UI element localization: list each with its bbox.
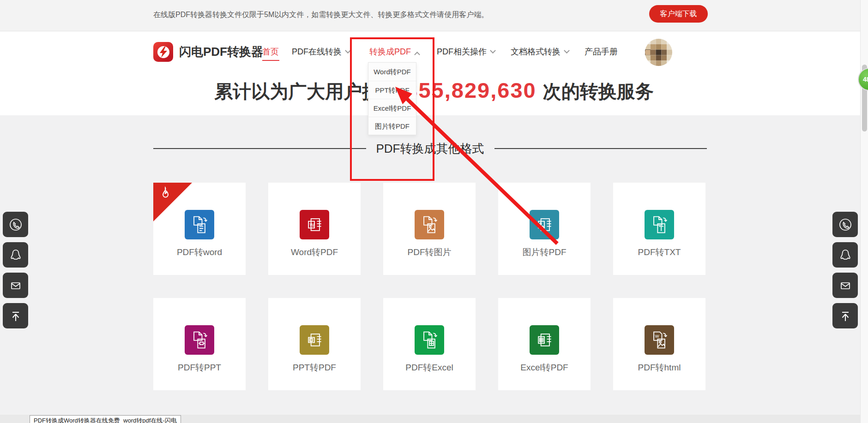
mail-contact-button[interactable] <box>832 273 858 298</box>
phone-icon <box>8 217 23 232</box>
word-to-pdf-icon: W <box>300 210 329 239</box>
flame-icon <box>158 186 173 203</box>
mail-contact-button[interactable] <box>3 273 28 298</box>
phone-contact-button[interactable] <box>3 212 28 237</box>
excel-to-pdf-icon <box>530 325 559 355</box>
nav-item-product-manual[interactable]: 产品手册 <box>585 46 618 57</box>
top-notice-bar: 在线版PDF转换器转换文件仅限于5M以内文件，如需转换更大文件、转换更多格式文件… <box>0 0 868 31</box>
dropdown-item-image-to-pdf[interactable]: 图片转PDF <box>368 117 416 135</box>
brand-logo-icon[interactable] <box>153 42 173 62</box>
pdf-to-image-icon <box>415 210 444 239</box>
headline-suffix: 次的转换服务 <box>543 79 654 104</box>
chevron-up-icon <box>414 51 420 57</box>
svg-text:W: W <box>655 334 659 339</box>
nav-item-home[interactable]: 首页 <box>262 46 279 57</box>
dropdown-item-ppt-to-pdf[interactable]: PPT转PDF <box>368 81 416 99</box>
card-label: PDF转图片 <box>383 246 476 258</box>
mail-icon <box>8 278 23 293</box>
qq-contact-button[interactable] <box>3 242 28 268</box>
active-tab-underline <box>262 60 279 61</box>
main-navigation: 闪电PDF转换器 首页 PDF在线转换 转换成PDF PDF相关操作 文档格式转… <box>0 31 868 75</box>
lightning-bolt-icon <box>157 45 170 59</box>
back-to-top-icon <box>838 309 853 323</box>
card-label: Excel转PDF <box>498 362 591 374</box>
card-pdf-to-image[interactable]: PDF转图片 <box>383 183 476 275</box>
avatar-mosaic <box>645 39 672 66</box>
qq-icon <box>838 248 853 262</box>
card-label: PDF转Excel <box>383 362 476 374</box>
user-avatar[interactable] <box>645 39 672 66</box>
card-ppt-to-pdf[interactable]: PPT转PDF <box>268 298 361 390</box>
pdf-to-txt-icon <box>645 210 674 239</box>
section-title: PDF转换成其他格式 <box>376 141 484 157</box>
mail-icon <box>838 278 853 293</box>
page: 在线版PDF转换器转换文件仅限于5M以内文件，如需转换更大文件、转换更多格式文件… <box>0 0 868 423</box>
client-download-button[interactable]: 客户端下载 <box>649 5 708 23</box>
scrollbar-track[interactable] <box>860 0 868 423</box>
notice-text: 在线版PDF转换器转换文件仅限于5M以内文件，如需转换更大文件、转换更多格式文件… <box>153 10 488 20</box>
divider-line-right <box>494 148 707 149</box>
card-pdf-to-word[interactable]: PDF转word <box>153 183 246 275</box>
qq-contact-button[interactable] <box>832 242 858 268</box>
qq-icon <box>8 248 23 262</box>
card-label: PPT转PDF <box>268 362 361 374</box>
chevron-down-icon <box>345 48 351 54</box>
conversion-cards-grid: PDF转word W Word转PDF PDF转图片 图片转PDF PDF转TX… <box>153 183 705 390</box>
card-image-to-pdf[interactable]: 图片转PDF <box>498 183 591 275</box>
pdf-to-excel-icon <box>415 325 444 355</box>
divider-line-left <box>153 148 366 149</box>
card-label: PDF转PPT <box>153 362 246 374</box>
dropdown-item-word-to-pdf[interactable]: Word转PDF <box>368 63 416 81</box>
conversion-count: 355,829,630 <box>405 77 536 103</box>
nav-item-doc-format-convert[interactable]: 文档格式转换 <box>511 46 569 57</box>
card-pdf-to-ppt[interactable]: PDF转PPT <box>153 298 246 390</box>
pdf-to-html-icon: W <box>645 325 674 355</box>
floating-toolbar-left <box>3 212 28 328</box>
nav-item-pdf-online-convert[interactable]: PDF在线转换 <box>292 46 350 57</box>
card-pdf-to-txt[interactable]: PDF转TXT <box>613 183 705 275</box>
brand-name[interactable]: 闪电PDF转换器 <box>179 44 263 60</box>
convert-to-pdf-dropdown: Word转PDF PPT转PDF Excel转PDF 图片转PDF <box>368 62 416 135</box>
ppt-to-pdf-icon <box>300 325 329 355</box>
link-status-tooltip: PDF转换成Word转换器在线免费_word转pdf在线-闪电 <box>30 415 181 423</box>
back-to-top-button[interactable] <box>832 303 858 328</box>
card-word-to-pdf[interactable]: W Word转PDF <box>268 183 361 275</box>
phone-contact-button[interactable] <box>832 212 858 237</box>
card-excel-to-pdf[interactable]: Excel转PDF <box>498 298 591 390</box>
card-label: PDF转TXT <box>613 246 705 258</box>
phone-icon <box>838 217 853 232</box>
floating-toolbar-right <box>832 212 858 328</box>
back-to-top-button[interactable] <box>3 303 28 328</box>
card-pdf-to-excel[interactable]: PDF转Excel <box>383 298 476 390</box>
card-label: PDF转word <box>153 246 246 258</box>
card-pdf-to-html[interactable]: W PDF转html <box>613 298 705 390</box>
card-label: Word转PDF <box>268 246 361 258</box>
conversion-counter-headline: 累计以为广大用户提供 355,829,630 次的转换服务 <box>0 77 868 104</box>
card-label: PDF转html <box>613 362 705 374</box>
pdf-to-ppt-icon <box>185 325 214 355</box>
nav-item-convert-to-pdf[interactable]: 转换成PDF <box>369 46 419 57</box>
svg-text:W: W <box>310 223 314 228</box>
nav-item-pdf-operations[interactable]: PDF相关操作 <box>437 46 495 57</box>
section-header: PDF转换成其他格式 <box>153 140 707 157</box>
image-to-pdf-icon <box>530 210 559 239</box>
chevron-down-icon <box>490 48 496 54</box>
dropdown-item-excel-to-pdf[interactable]: Excel转PDF <box>368 99 416 117</box>
back-to-top-icon <box>8 309 23 323</box>
card-label: 图片转PDF <box>498 246 591 258</box>
chevron-down-icon <box>564 48 570 54</box>
